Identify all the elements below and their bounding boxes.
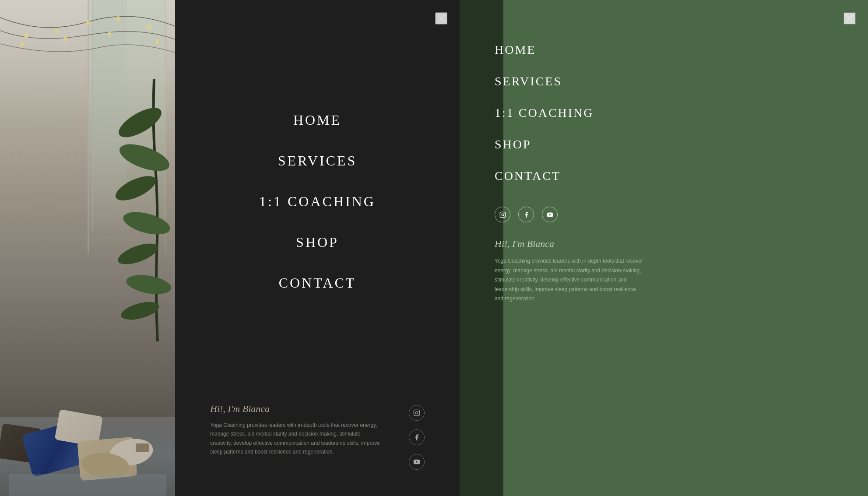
right-nav-coaching[interactable]: 1:1 COACHING (495, 98, 833, 128)
svg-point-26 (415, 412, 418, 414)
right-close-button[interactable] (843, 12, 856, 25)
close-icon (437, 14, 446, 23)
svg-rect-31 (500, 212, 506, 218)
right-bio-text: Yoga Coaching provides leaders with in-d… (495, 257, 643, 304)
right-bio-title: Hi!, I'm Bianca (495, 238, 833, 250)
center-menu-panel: HOME SERVICES 1:1 COACHING SHOP CONTACT … (175, 0, 460, 496)
center-nav-services[interactable]: SERVICES (175, 141, 460, 181)
right-nav-services[interactable]: SERVICES (495, 67, 833, 96)
center-youtube-icon[interactable] (409, 454, 425, 470)
right-facebook-icon[interactable] (518, 207, 534, 222)
center-nav-shop[interactable]: SHOP (175, 222, 460, 263)
svg-point-27 (418, 411, 418, 412)
center-social-icons (409, 403, 425, 470)
svg-point-33 (504, 213, 504, 213)
svg-point-32 (502, 214, 504, 216)
center-navigation: HOME SERVICES 1:1 COACHING SHOP CONTACT (175, 18, 460, 386)
left-image-panel (0, 0, 175, 496)
svg-rect-25 (414, 410, 419, 415)
right-nav-home[interactable]: HOME (495, 35, 833, 65)
center-bio-title: Hi!, I'm Bianca (210, 403, 383, 415)
right-social-icons (495, 207, 833, 222)
center-nav-contact[interactable]: CONTACT (175, 263, 460, 303)
center-bio: Hi!, I'm Bianca Yoga Coaching provides l… (210, 403, 383, 457)
center-bottom-section: Hi!, I'm Bianca Yoga Coaching provides l… (175, 386, 460, 496)
center-facebook-icon[interactable] (409, 429, 425, 445)
right-instagram-icon[interactable] (495, 207, 510, 222)
right-bio: Hi!, I'm Bianca Yoga Coaching provides l… (495, 238, 833, 304)
close-icon-right (845, 14, 854, 23)
center-bio-text: Yoga Coaching provides leaders with in-d… (210, 421, 383, 457)
right-youtube-icon[interactable] (542, 207, 558, 222)
image-overlay (0, 0, 175, 496)
right-navigation: HOME SERVICES 1:1 COACHING SHOP CONTACT (495, 35, 833, 191)
right-nav-contact[interactable]: CONTACT (495, 161, 833, 191)
center-nav-coaching[interactable]: 1:1 COACHING (175, 181, 460, 222)
center-close-button[interactable] (435, 12, 447, 25)
center-instagram-icon[interactable] (409, 405, 425, 421)
right-menu-panel: HOME SERVICES 1:1 COACHING SHOP CONTACT (460, 0, 868, 496)
center-nav-home[interactable]: HOME (175, 100, 460, 141)
right-nav-shop[interactable]: SHOP (495, 130, 833, 159)
